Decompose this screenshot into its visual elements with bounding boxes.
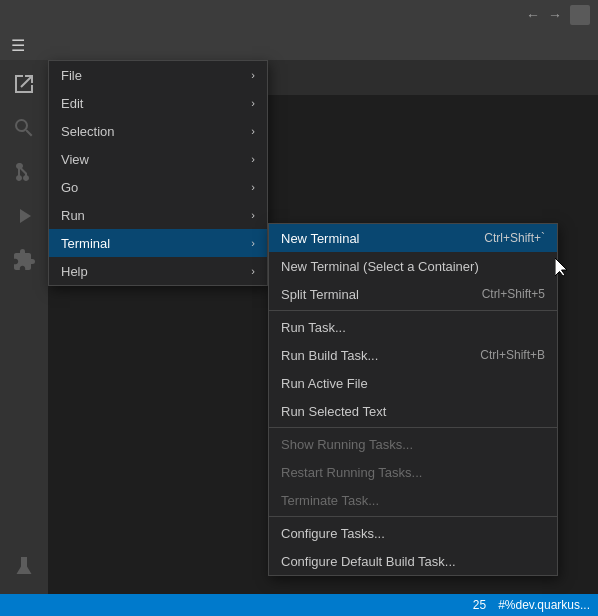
menu-item-run-label: Run xyxy=(61,208,85,223)
activity-flask[interactable] xyxy=(4,546,44,586)
activity-bar xyxy=(0,60,48,594)
menu-item-edit-label: Edit xyxy=(61,96,83,111)
menu-arrow-file: › xyxy=(251,69,255,81)
submenu-divider-3 xyxy=(269,516,557,517)
activity-extensions[interactable] xyxy=(4,240,44,280)
menu-arrow-terminal: › xyxy=(251,237,255,249)
forward-arrow[interactable]: → xyxy=(548,7,562,23)
submenu-item-run-selected-text[interactable]: Run Selected Text xyxy=(269,397,557,425)
submenu-item-run-task-label: Run Task... xyxy=(281,320,346,335)
activity-run-debug[interactable] xyxy=(4,196,44,236)
submenu-item-run-build-task[interactable]: Run Build Task... Ctrl+Shift+B xyxy=(269,341,557,369)
submenu-item-split-terminal[interactable]: Split Terminal Ctrl+Shift+5 xyxy=(269,280,557,308)
submenu-item-new-terminal-label: New Terminal xyxy=(281,231,360,246)
menu-item-terminal-label: Terminal xyxy=(61,236,110,251)
submenu-divider-2 xyxy=(269,427,557,428)
submenu-item-new-terminal[interactable]: New Terminal Ctrl+Shift+` xyxy=(269,224,557,252)
submenu-shortcut-new-terminal: Ctrl+Shift+` xyxy=(484,231,545,245)
primary-menu[interactable]: File › Edit › Selection › View › Go › Ru… xyxy=(48,60,268,286)
status-line-col: 25 xyxy=(473,598,486,612)
menu-item-edit[interactable]: Edit › xyxy=(49,89,267,117)
menu-item-terminal[interactable]: Terminal › xyxy=(49,229,267,257)
status-branch: #%dev.quarkus... xyxy=(498,598,590,612)
status-right: 25 #%dev.quarkus... xyxy=(473,598,590,612)
menu-item-help[interactable]: Help › xyxy=(49,257,267,285)
submenu-item-restart-label: Restart Running Tasks... xyxy=(281,465,422,480)
submenu-divider-1 xyxy=(269,310,557,311)
submenu-shortcut-build: Ctrl+Shift+B xyxy=(480,348,545,362)
submenu-item-run-selected-label: Run Selected Text xyxy=(281,404,386,419)
status-bar: 25 #%dev.quarkus... xyxy=(0,594,598,616)
submenu-item-terminate-task: Terminate Task... xyxy=(269,486,557,514)
submenu-item-configure-default-build[interactable]: Configure Default Build Task... xyxy=(269,547,557,575)
menu-arrow-help: › xyxy=(251,265,255,277)
submenu-item-split-label: Split Terminal xyxy=(281,287,359,302)
menu-bar: ☰ xyxy=(0,30,598,60)
menu-arrow-view: › xyxy=(251,153,255,165)
submenu-item-configure-tasks[interactable]: Configure Tasks... xyxy=(269,519,557,547)
submenu-shortcut-split: Ctrl+Shift+5 xyxy=(482,287,545,301)
submenu-terminal[interactable]: New Terminal Ctrl+Shift+` New Terminal (… xyxy=(268,223,558,576)
activity-explorer[interactable] xyxy=(4,64,44,104)
menu-item-go-label: Go xyxy=(61,180,78,195)
menu-item-view[interactable]: View › xyxy=(49,145,267,173)
submenu-item-run-build-task-label: Run Build Task... xyxy=(281,348,378,363)
submenu-item-configure-default-label: Configure Default Build Task... xyxy=(281,554,456,569)
menu-item-file-label: File xyxy=(61,68,82,83)
submenu-item-new-terminal-container-label: New Terminal (Select a Container) xyxy=(281,259,479,274)
submenu-item-show-running: Show Running Tasks... xyxy=(269,430,557,458)
submenu-item-restart-running: Restart Running Tasks... xyxy=(269,458,557,486)
submenu-item-run-task[interactable]: Run Task... xyxy=(269,313,557,341)
menu-arrow-edit: › xyxy=(251,97,255,109)
menu-item-view-label: View xyxy=(61,152,89,167)
back-arrow[interactable]: ← xyxy=(526,7,540,23)
top-bar: ← → xyxy=(0,0,598,30)
submenu-item-show-running-label: Show Running Tasks... xyxy=(281,437,413,452)
menu-item-selection[interactable]: Selection › xyxy=(49,117,267,145)
activity-search[interactable] xyxy=(4,108,44,148)
menu-item-go[interactable]: Go › xyxy=(49,173,267,201)
submenu-item-configure-tasks-label: Configure Tasks... xyxy=(281,526,385,541)
menu-item-selection-label: Selection xyxy=(61,124,114,139)
menu-item-run[interactable]: Run › xyxy=(49,201,267,229)
submenu-item-run-active-label: Run Active File xyxy=(281,376,368,391)
menu-arrow-go: › xyxy=(251,181,255,193)
activity-source-control[interactable] xyxy=(4,152,44,192)
submenu-item-terminate-label: Terminate Task... xyxy=(281,493,379,508)
submenu-item-new-terminal-container[interactable]: New Terminal (Select a Container) xyxy=(269,252,557,280)
menu-arrow-run: › xyxy=(251,209,255,221)
menu-arrow-selection: › xyxy=(251,125,255,137)
menu-item-help-label: Help xyxy=(61,264,88,279)
submenu-item-run-active-file[interactable]: Run Active File xyxy=(269,369,557,397)
menu-item-file[interactable]: File › xyxy=(49,61,267,89)
hamburger-icon[interactable]: ☰ xyxy=(4,30,32,60)
window-control[interactable] xyxy=(570,5,590,25)
